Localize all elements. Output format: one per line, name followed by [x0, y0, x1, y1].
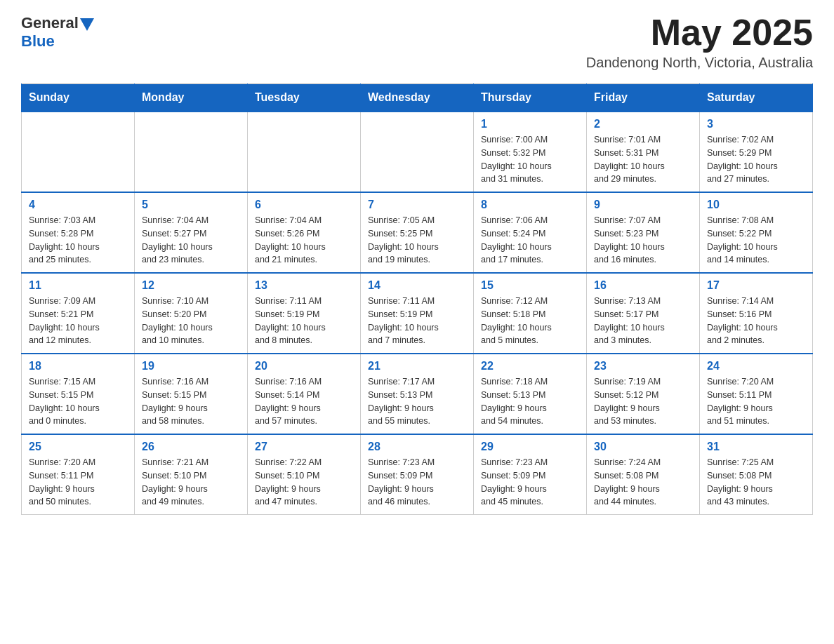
day-of-week-header: Saturday — [700, 84, 813, 112]
day-info: Sunrise: 7:10 AMSunset: 5:20 PMDaylight:… — [142, 295, 240, 347]
calendar-cell: 12Sunrise: 7:10 AMSunset: 5:20 PMDayligh… — [135, 273, 248, 354]
calendar-cell — [248, 112, 361, 192]
calendar-cell: 7Sunrise: 7:05 AMSunset: 5:25 PMDaylight… — [361, 192, 474, 273]
day-number: 15 — [481, 279, 579, 292]
day-number: 31 — [707, 441, 805, 453]
day-info: Sunrise: 7:24 AMSunset: 5:08 PMDaylight:… — [594, 456, 692, 509]
calendar-cell: 6Sunrise: 7:04 AMSunset: 5:26 PMDaylight… — [248, 192, 361, 273]
calendar-cell: 14Sunrise: 7:11 AMSunset: 5:19 PMDayligh… — [361, 273, 474, 354]
day-info: Sunrise: 7:23 AMSunset: 5:09 PMDaylight:… — [481, 456, 579, 509]
day-info: Sunrise: 7:00 AMSunset: 5:32 PMDaylight:… — [481, 133, 579, 186]
logo: General Blue — [21, 14, 94, 51]
day-number: 25 — [29, 441, 127, 453]
day-number: 8 — [481, 199, 579, 211]
day-of-week-header: Thursday — [474, 84, 587, 112]
calendar-week-row: 18Sunrise: 7:15 AMSunset: 5:15 PMDayligh… — [22, 354, 813, 434]
day-number: 10 — [707, 199, 805, 211]
calendar-cell: 29Sunrise: 7:23 AMSunset: 5:09 PMDayligh… — [474, 434, 587, 515]
day-info: Sunrise: 7:21 AMSunset: 5:10 PMDaylight:… — [142, 456, 240, 509]
day-info: Sunrise: 7:25 AMSunset: 5:08 PMDaylight:… — [707, 456, 805, 509]
day-number: 1 — [481, 118, 579, 130]
calendar-cell: 26Sunrise: 7:21 AMSunset: 5:10 PMDayligh… — [135, 434, 248, 515]
calendar-week-row: 1Sunrise: 7:00 AMSunset: 5:32 PMDaylight… — [22, 112, 813, 192]
calendar-cell: 25Sunrise: 7:20 AMSunset: 5:11 PMDayligh… — [22, 434, 135, 515]
day-number: 16 — [594, 279, 692, 292]
calendar-cell: 28Sunrise: 7:23 AMSunset: 5:09 PMDayligh… — [361, 434, 474, 515]
calendar-cell: 1Sunrise: 7:00 AMSunset: 5:32 PMDaylight… — [474, 112, 587, 192]
calendar-cell: 3Sunrise: 7:02 AMSunset: 5:29 PMDaylight… — [700, 112, 813, 192]
day-info: Sunrise: 7:20 AMSunset: 5:11 PMDaylight:… — [707, 375, 805, 428]
calendar-cell: 15Sunrise: 7:12 AMSunset: 5:18 PMDayligh… — [474, 273, 587, 354]
day-number: 18 — [29, 360, 127, 373]
day-info: Sunrise: 7:11 AMSunset: 5:19 PMDaylight:… — [368, 295, 466, 347]
day-info: Sunrise: 7:14 AMSunset: 5:16 PMDaylight:… — [707, 295, 805, 347]
day-info: Sunrise: 7:20 AMSunset: 5:11 PMDaylight:… — [29, 456, 127, 509]
calendar-cell: 22Sunrise: 7:18 AMSunset: 5:13 PMDayligh… — [474, 354, 587, 434]
calendar-week-row: 25Sunrise: 7:20 AMSunset: 5:11 PMDayligh… — [22, 434, 813, 515]
title-block: May 2025 Dandenong North, Victoria, Aust… — [586, 14, 813, 71]
day-number: 26 — [142, 441, 240, 453]
day-number: 29 — [481, 441, 579, 453]
calendar-cell: 18Sunrise: 7:15 AMSunset: 5:15 PMDayligh… — [22, 354, 135, 434]
calendar-cell: 9Sunrise: 7:07 AMSunset: 5:23 PMDaylight… — [587, 192, 700, 273]
day-number: 20 — [255, 360, 353, 373]
calendar-cell — [22, 112, 135, 192]
day-info: Sunrise: 7:08 AMSunset: 5:22 PMDaylight:… — [707, 214, 805, 267]
day-number: 23 — [594, 360, 692, 373]
calendar-week-row: 11Sunrise: 7:09 AMSunset: 5:21 PMDayligh… — [22, 273, 813, 354]
day-number: 2 — [594, 118, 692, 130]
calendar-cell: 11Sunrise: 7:09 AMSunset: 5:21 PMDayligh… — [22, 273, 135, 354]
day-info: Sunrise: 7:04 AMSunset: 5:26 PMDaylight:… — [255, 214, 353, 267]
calendar-cell: 4Sunrise: 7:03 AMSunset: 5:28 PMDaylight… — [22, 192, 135, 273]
calendar-cell: 13Sunrise: 7:11 AMSunset: 5:19 PMDayligh… — [248, 273, 361, 354]
calendar-cell: 10Sunrise: 7:08 AMSunset: 5:22 PMDayligh… — [700, 192, 813, 273]
calendar-cell: 23Sunrise: 7:19 AMSunset: 5:12 PMDayligh… — [587, 354, 700, 434]
logo-blue-text: Blue — [21, 32, 55, 51]
logo-triangle-icon — [80, 18, 94, 31]
day-number: 11 — [29, 279, 127, 292]
day-info: Sunrise: 7:18 AMSunset: 5:13 PMDaylight:… — [481, 375, 579, 428]
calendar-cell: 2Sunrise: 7:01 AMSunset: 5:31 PMDaylight… — [587, 112, 700, 192]
day-number: 30 — [594, 441, 692, 453]
day-number: 9 — [594, 199, 692, 211]
day-info: Sunrise: 7:13 AMSunset: 5:17 PMDaylight:… — [594, 295, 692, 347]
day-number: 7 — [368, 199, 466, 211]
day-info: Sunrise: 7:15 AMSunset: 5:15 PMDaylight:… — [29, 375, 127, 428]
calendar-cell: 31Sunrise: 7:25 AMSunset: 5:08 PMDayligh… — [700, 434, 813, 515]
location-subtitle: Dandenong North, Victoria, Australia — [586, 55, 813, 71]
day-of-week-header: Monday — [135, 84, 248, 112]
day-number: 19 — [142, 360, 240, 373]
day-info: Sunrise: 7:02 AMSunset: 5:29 PMDaylight:… — [707, 133, 805, 186]
day-info: Sunrise: 7:12 AMSunset: 5:18 PMDaylight:… — [481, 295, 579, 347]
calendar-cell: 24Sunrise: 7:20 AMSunset: 5:11 PMDayligh… — [700, 354, 813, 434]
calendar-cell: 27Sunrise: 7:22 AMSunset: 5:10 PMDayligh… — [248, 434, 361, 515]
day-info: Sunrise: 7:03 AMSunset: 5:28 PMDaylight:… — [29, 214, 127, 267]
day-info: Sunrise: 7:01 AMSunset: 5:31 PMDaylight:… — [594, 133, 692, 186]
calendar-cell — [135, 112, 248, 192]
day-info: Sunrise: 7:05 AMSunset: 5:25 PMDaylight:… — [368, 214, 466, 267]
logo-general-text: General — [21, 14, 79, 32]
calendar-header-row: SundayMondayTuesdayWednesdayThursdayFrid… — [22, 84, 813, 112]
day-number: 13 — [255, 279, 353, 292]
day-of-week-header: Sunday — [22, 84, 135, 112]
day-info: Sunrise: 7:19 AMSunset: 5:12 PMDaylight:… — [594, 375, 692, 428]
calendar-table: SundayMondayTuesdayWednesdayThursdayFrid… — [21, 83, 813, 515]
calendar-cell: 8Sunrise: 7:06 AMSunset: 5:24 PMDaylight… — [474, 192, 587, 273]
day-info: Sunrise: 7:07 AMSunset: 5:23 PMDaylight:… — [594, 214, 692, 267]
day-of-week-header: Friday — [587, 84, 700, 112]
month-year-title: May 2025 — [586, 14, 813, 51]
day-info: Sunrise: 7:23 AMSunset: 5:09 PMDaylight:… — [368, 456, 466, 509]
day-info: Sunrise: 7:04 AMSunset: 5:27 PMDaylight:… — [142, 214, 240, 267]
day-number: 14 — [368, 279, 466, 292]
day-number: 6 — [255, 199, 353, 211]
day-number: 24 — [707, 360, 805, 373]
day-info: Sunrise: 7:22 AMSunset: 5:10 PMDaylight:… — [255, 456, 353, 509]
day-number: 12 — [142, 279, 240, 292]
day-info: Sunrise: 7:06 AMSunset: 5:24 PMDaylight:… — [481, 214, 579, 267]
day-number: 27 — [255, 441, 353, 453]
calendar-cell: 21Sunrise: 7:17 AMSunset: 5:13 PMDayligh… — [361, 354, 474, 434]
calendar-cell: 5Sunrise: 7:04 AMSunset: 5:27 PMDaylight… — [135, 192, 248, 273]
calendar-cell — [361, 112, 474, 192]
day-number: 4 — [29, 199, 127, 211]
calendar-cell: 17Sunrise: 7:14 AMSunset: 5:16 PMDayligh… — [700, 273, 813, 354]
